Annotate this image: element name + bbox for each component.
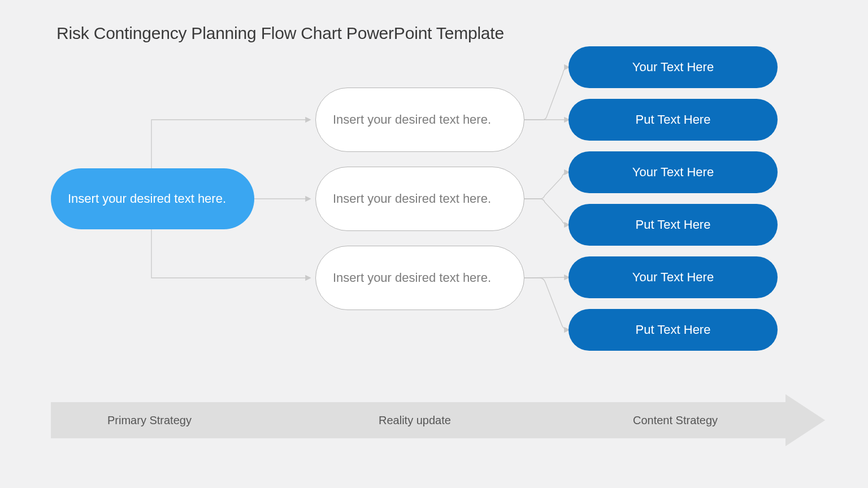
leaf-node-4: Put Text Here — [568, 204, 778, 246]
root-node-label: Insert your desired text here. — [68, 191, 226, 206]
mid-node-1: Insert your desired text here. — [315, 88, 524, 152]
mid-node-3-label: Insert your desired text here. — [333, 271, 491, 285]
leaf-node-2-label: Put Text Here — [636, 112, 711, 127]
leaf-node-3-label: Your Text Here — [632, 165, 714, 180]
root-node: Insert your desired text here. — [51, 168, 254, 229]
mid-node-1-label: Insert your desired text here. — [333, 112, 491, 127]
mid-node-2: Insert your desired text here. — [315, 167, 524, 231]
leaf-node-2: Put Text Here — [568, 99, 778, 141]
axis-arrow: Primary Strategy Reality update Content … — [51, 402, 825, 438]
axis-label-3: Content Strategy — [633, 402, 718, 438]
axis-label-2: Reality update — [379, 402, 451, 438]
axis-label-1: Primary Strategy — [107, 402, 192, 438]
leaf-node-1: Your Text Here — [568, 46, 778, 88]
leaf-node-4-label: Put Text Here — [636, 217, 711, 232]
leaf-node-6-label: Put Text Here — [636, 323, 711, 337]
mid-node-2-label: Insert your desired text here. — [333, 191, 491, 206]
leaf-node-3: Your Text Here — [568, 151, 778, 193]
leaf-node-5: Your Text Here — [568, 256, 778, 298]
leaf-node-5-label: Your Text Here — [632, 270, 714, 285]
leaf-node-6: Put Text Here — [568, 309, 778, 351]
mid-node-3: Insert your desired text here. — [315, 246, 524, 310]
leaf-node-1-label: Your Text Here — [632, 60, 714, 75]
axis-arrow-head-icon — [785, 394, 825, 446]
